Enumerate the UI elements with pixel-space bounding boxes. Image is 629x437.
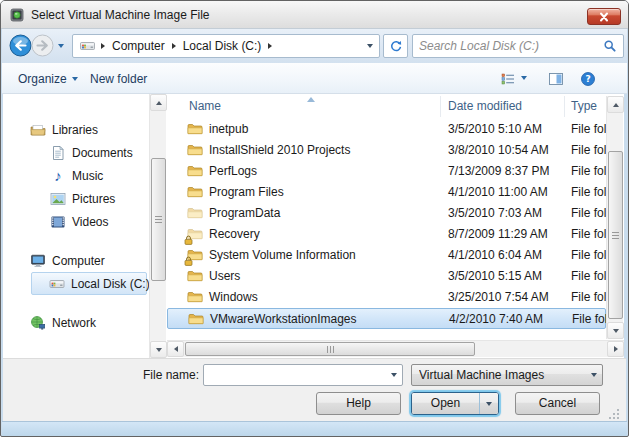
content-area: LibrariesDocuments♪MusicPicturesVideosCo… bbox=[3, 94, 624, 358]
file-type: File folder bbox=[571, 269, 609, 283]
folder-icon bbox=[188, 311, 204, 327]
svg-text:?: ? bbox=[585, 74, 590, 84]
file-type-select[interactable]: Virtual Machine Images bbox=[411, 364, 603, 386]
refresh-button[interactable] bbox=[383, 34, 408, 58]
file-row-windows[interactable]: Windows3/25/2010 7:54 AMFile folder bbox=[167, 287, 606, 308]
scroll-up-icon[interactable] bbox=[607, 96, 624, 113]
help-button-toolbar[interactable]: ? bbox=[579, 70, 597, 87]
column-header-name[interactable]: Name bbox=[167, 96, 441, 117]
preview-pane-button[interactable] bbox=[547, 70, 565, 87]
file-name: InstallShield 2010 Projects bbox=[209, 143, 350, 157]
sidebar-item-network[interactable]: Network bbox=[3, 311, 149, 334]
close-button[interactable] bbox=[587, 8, 621, 25]
lock-icon bbox=[184, 255, 193, 265]
music-icon: ♪ bbox=[49, 168, 67, 184]
file-date-modified: 3/8/2010 10:54 AM bbox=[448, 143, 549, 157]
chevron-down-icon bbox=[591, 373, 597, 377]
change-view-button[interactable] bbox=[499, 70, 517, 87]
column-header-date-modified[interactable]: Date modified bbox=[441, 96, 565, 117]
search-icon[interactable] bbox=[603, 39, 617, 53]
sidebar-item-label: Videos bbox=[72, 215, 108, 229]
sidebar-item-pictures[interactable]: Pictures bbox=[3, 187, 149, 210]
recent-pages-dropdown-icon[interactable] bbox=[58, 44, 64, 48]
file-row-system-volume-information[interactable]: System Volume Information4/1/2010 6:04 A… bbox=[167, 245, 606, 266]
breadcrumb-computer[interactable]: Computer bbox=[110, 37, 167, 55]
sidebar-item-label: Music bbox=[72, 169, 103, 183]
folder-icon bbox=[187, 247, 203, 263]
file-row-installshield-2010-projects[interactable]: InstallShield 2010 Projects3/8/2010 10:5… bbox=[167, 140, 606, 161]
sidebar-item-label: Pictures bbox=[72, 192, 115, 206]
file-name: VMwareWorkstationImages bbox=[210, 312, 357, 326]
file-row-inetpub[interactable]: inetpub3/5/2010 5:10 AMFile folder bbox=[167, 119, 606, 140]
sidebar-item-documents[interactable]: Documents bbox=[3, 141, 149, 164]
file-type: File folder bbox=[571, 248, 609, 262]
file-name: ProgramData bbox=[209, 206, 280, 220]
file-date-modified: 3/25/2010 7:54 AM bbox=[448, 290, 549, 304]
disk-icon bbox=[48, 276, 66, 292]
search-input[interactable] bbox=[419, 39, 603, 53]
file-name: Program Files bbox=[209, 185, 284, 199]
sidebar-scroll-thumb[interactable] bbox=[151, 158, 166, 281]
scroll-left-icon[interactable] bbox=[167, 341, 184, 357]
breadcrumb-local-disk[interactable]: Local Disk (C:) bbox=[181, 37, 264, 55]
file-row-programdata[interactable]: ProgramData3/5/2010 7:03 AMFile folder bbox=[167, 203, 606, 224]
sidebar: LibrariesDocuments♪MusicPicturesVideosCo… bbox=[3, 94, 149, 358]
horizontal-scroll-thumb[interactable] bbox=[185, 342, 475, 356]
breadcrumb-separator-icon[interactable] bbox=[172, 43, 176, 49]
list-scrollbar[interactable] bbox=[606, 96, 623, 339]
sidebar-item-music[interactable]: ♪Music bbox=[3, 164, 149, 187]
refresh-icon bbox=[389, 39, 403, 53]
window-bottom-frame bbox=[2, 421, 627, 437]
documents-icon bbox=[49, 145, 67, 161]
preview-pane-icon bbox=[548, 71, 564, 87]
scroll-right-icon[interactable] bbox=[607, 341, 624, 357]
breadcrumb-separator-icon[interactable] bbox=[268, 43, 272, 49]
file-row-vmwareworkstationimages[interactable]: VMwareWorkstationImages4/2/2010 7:40 AMF… bbox=[167, 308, 606, 329]
views-dropdown-icon[interactable] bbox=[521, 76, 527, 80]
file-date-modified: 3/5/2010 5:10 AM bbox=[448, 122, 542, 136]
file-rows: inetpub3/5/2010 5:10 AMFile folderInstal… bbox=[167, 119, 606, 329]
file-name-combo[interactable] bbox=[203, 364, 403, 386]
help-icon: ? bbox=[580, 71, 596, 87]
breadcrumb-separator-icon[interactable] bbox=[101, 43, 105, 49]
sidebar-item-videos[interactable]: Videos bbox=[3, 210, 149, 233]
folder-icon bbox=[187, 205, 203, 221]
new-folder-button[interactable]: New folder bbox=[86, 70, 151, 88]
titlebar[interactable]: Select Virtual Machine Image File bbox=[1, 1, 628, 29]
file-row-users[interactable]: Users3/5/2010 5:15 AMFile folder bbox=[167, 266, 606, 287]
network-icon bbox=[29, 315, 47, 331]
lock-icon bbox=[184, 234, 193, 244]
help-button[interactable]: Help bbox=[316, 392, 401, 415]
file-type: File folder bbox=[571, 143, 609, 157]
command-toolbar: Organize New folder ? bbox=[2, 63, 627, 94]
file-type-dropdown[interactable] bbox=[586, 365, 602, 385]
file-name-input[interactable] bbox=[204, 366, 386, 384]
address-dropdown-icon[interactable] bbox=[367, 44, 373, 48]
open-dropdown[interactable] bbox=[480, 393, 498, 414]
resize-grip[interactable] bbox=[607, 407, 620, 420]
file-row-perflogs[interactable]: PerfLogs7/13/2009 8:37 PMFile folder bbox=[167, 161, 606, 182]
folder-icon bbox=[187, 121, 203, 137]
sidebar-item-label: Documents bbox=[72, 146, 133, 160]
sidebar-scrollbar[interactable] bbox=[149, 94, 166, 358]
sidebar-item-libraries[interactable]: Libraries bbox=[3, 118, 149, 141]
file-type: File folder bbox=[571, 206, 609, 220]
file-name-dropdown[interactable] bbox=[386, 365, 402, 385]
organize-button[interactable]: Organize bbox=[14, 70, 82, 88]
list-scroll-thumb[interactable] bbox=[608, 151, 623, 319]
list-horizontal-scrollbar[interactable] bbox=[167, 340, 624, 357]
open-button[interactable]: Open bbox=[412, 393, 480, 414]
sidebar-item-label: Libraries bbox=[52, 123, 98, 137]
sidebar-item-local-disk-c[interactable]: Local Disk (C:) bbox=[31, 272, 147, 295]
search-box[interactable] bbox=[412, 34, 624, 58]
file-row-program-files[interactable]: Program Files4/1/2010 11:00 AMFile folde… bbox=[167, 182, 606, 203]
scroll-down-icon[interactable] bbox=[150, 341, 167, 358]
column-header-type[interactable]: Type bbox=[565, 96, 606, 117]
sidebar-item-computer[interactable]: Computer bbox=[3, 249, 149, 272]
scroll-down-icon[interactable] bbox=[607, 322, 624, 339]
address-bar[interactable]: Computer Local Disk (C:) bbox=[72, 34, 380, 58]
back-button[interactable] bbox=[9, 34, 32, 57]
file-row-recovery[interactable]: Recovery8/7/2009 11:29 AMFile folder bbox=[167, 224, 606, 245]
scroll-up-icon[interactable] bbox=[150, 94, 167, 111]
cancel-button[interactable]: Cancel bbox=[515, 392, 600, 415]
